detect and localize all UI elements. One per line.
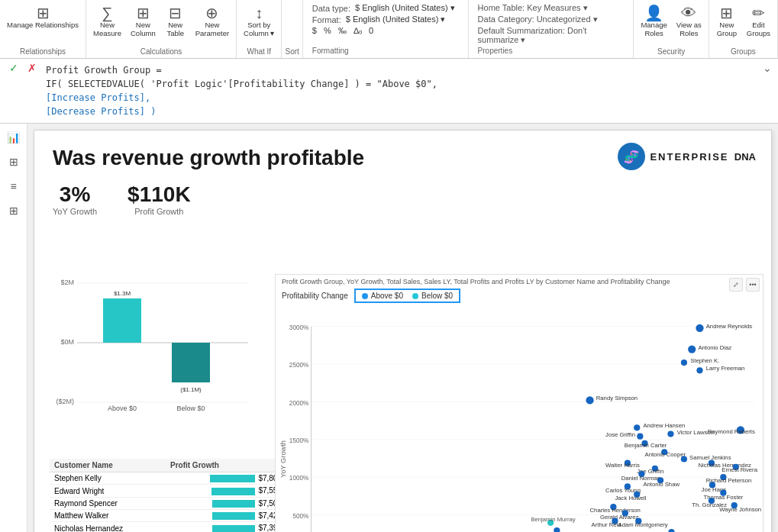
left-nav-data-icon[interactable]: ⊞ xyxy=(3,151,24,172)
view-as-roles-button[interactable]: 👁 View asRoles xyxy=(673,3,705,40)
report-page: Was revenue growth profitable 🧬 ENTERPRI… xyxy=(34,130,772,532)
table-cell-value: $7,509 xyxy=(166,497,286,509)
legend-label: Profitability Change xyxy=(282,292,348,300)
ribbon-group-sort: Sort xyxy=(282,0,302,58)
formula-check-icon[interactable]: ✓ xyxy=(6,62,21,74)
dot-cluster3[interactable] xyxy=(668,529,674,532)
label-antonio-diaz: Antonio Diaz xyxy=(698,344,731,351)
new-column-label: NewColumn xyxy=(131,21,156,38)
manage-relationships-button[interactable]: ⊞ Manage Relationships xyxy=(3,3,82,31)
kpi-row: 3% YoY Growth $110K Profit Growth xyxy=(34,176,771,222)
table-cell-name: Stephen Kelly xyxy=(50,472,166,485)
ribbon-group-calculations: ∑ NewMeasure ⊞ NewColumn ⊟ NewTable ⊕ Ne… xyxy=(86,0,237,58)
x-label-below: Below $0 xyxy=(176,405,205,412)
new-parameter-icon: ⊕ xyxy=(205,5,218,21)
dna-logo-icon: 🧬 xyxy=(618,143,645,170)
new-parameter-label: NewParameter xyxy=(195,21,229,38)
bar-below-zero[interactable] xyxy=(172,343,210,382)
table-cell-name: Nicholas Hernandez xyxy=(50,522,166,532)
table-row[interactable]: Matthew Walker$7,427 xyxy=(50,510,286,522)
properties-group-label: Properties xyxy=(478,47,625,55)
view-as-roles-icon: 👁 xyxy=(681,5,696,21)
label-andrew-reynolds: Andrew Reynolds xyxy=(706,323,753,330)
dot-antonio-diaz[interactable] xyxy=(688,345,696,353)
dot-jose-griffin[interactable] xyxy=(637,434,643,440)
left-nav-model-icon[interactable]: ≡ xyxy=(3,176,24,197)
scatter-title: Profit Growth Group, YoY Growth, Total S… xyxy=(276,275,763,287)
new-table-button[interactable]: ⊟ NewTable xyxy=(161,3,190,40)
bar-above-zero[interactable] xyxy=(103,298,141,343)
edit-groups-button[interactable]: ✏ EditGroups xyxy=(743,3,774,40)
table-area: Customer Name Profit Growth Stephen Kell… xyxy=(50,459,286,532)
dot-larry-freeman[interactable] xyxy=(696,367,702,373)
kpi-yoy-label: YoY Growth xyxy=(53,207,97,216)
data-category-row: Data Category: Uncategorized ▾ xyxy=(478,15,625,24)
table-row[interactable]: Nicholas Hernandez$7,393 xyxy=(50,522,286,532)
new-group-label: NewGroup xyxy=(717,21,737,38)
scatter-more-button[interactable]: ••• xyxy=(746,278,760,292)
security-buttons: 👤 ManageRoles 👁 View asRoles xyxy=(637,2,705,47)
whatif-buttons: ↕ Sort byColumn ▾ xyxy=(240,2,278,47)
dot-samuel-jenkins[interactable] xyxy=(681,456,687,462)
y-tick-500: 500% xyxy=(292,513,309,520)
scatter-chart[interactable]: ⤢ ••• Profit Growth Group, YoY Growth, T… xyxy=(275,274,763,532)
table-row[interactable]: Raymond Spencer$7,509 xyxy=(50,497,286,509)
y-tick-3000: 3000% xyxy=(289,324,309,331)
manage-roles-button[interactable]: 👤 ManageRoles xyxy=(637,3,670,40)
label-benjamin-carter: Benjamin Carter xyxy=(625,442,667,449)
relationships-group-label: Relationships xyxy=(3,47,82,56)
table-row[interactable]: Stephen Kelly$7,809 xyxy=(50,472,286,485)
dot-randy-simpson[interactable] xyxy=(586,396,593,404)
table-header-profit: Profit Growth xyxy=(166,459,286,472)
groups-buttons: ⊞ NewGroup ✏ EditGroups xyxy=(712,2,774,47)
bar-above-label: $1.3M xyxy=(114,290,131,297)
home-table-label: Home Table: Key Measures ▾ xyxy=(478,3,588,13)
y-label-0m: $0M xyxy=(60,338,74,346)
new-parameter-button[interactable]: ⊕ NewParameter xyxy=(192,3,233,40)
legend-below: Below $0 xyxy=(412,292,453,300)
dna-label: DNA xyxy=(734,151,756,163)
formula-bar: ✓ ✗ Profit Growth Group = IF( SELECTEDVA… xyxy=(0,59,778,124)
calculations-buttons: ∑ NewMeasure ⊞ NewColumn ⊟ NewTable ⊕ Ne… xyxy=(89,2,233,47)
dot-victor-lawson[interactable] xyxy=(667,430,673,437)
dot-stephen-k[interactable] xyxy=(681,360,687,366)
groups-group-label: Groups xyxy=(712,47,774,56)
ribbon-group-groups: ⊞ NewGroup ✏ EditGroups Groups xyxy=(709,0,778,58)
scatter-maximize-button[interactable]: ⤢ xyxy=(729,278,743,292)
new-group-button[interactable]: ⊞ NewGroup xyxy=(712,3,741,40)
ribbon-meta-properties: Home Table: Key Measures ▾ Data Category… xyxy=(468,0,634,58)
canvas: Was revenue growth profitable 🧬 ENTERPRI… xyxy=(27,124,778,532)
scatter-controls: ⤢ ••• xyxy=(729,278,760,292)
formula-expand-icon[interactable]: ⌄ xyxy=(763,62,772,74)
y-label-neg2m: ($2M) xyxy=(56,398,74,405)
ribbon-group-whatif: ↕ Sort byColumn ▾ What If xyxy=(237,0,282,58)
formula-line1: IF( SELECTEDVALUE( 'Profit Logic'[Profit… xyxy=(46,77,769,91)
left-nav-dax-icon[interactable]: ⊞ xyxy=(3,200,24,221)
enterprise-label: ENTERPRISE xyxy=(650,151,728,163)
scatter-plot-container: YoY Growth 3000% 2500% 2000% 1500% 1000%… xyxy=(276,306,763,532)
format-options-row: $ % ‰ ∆₀ 0 xyxy=(312,26,459,36)
enterprise-logo-text: ENTERPRISE DNA xyxy=(650,151,756,163)
label-benjamin-murray: Benjamin Murray xyxy=(531,516,575,523)
label-arthur-reid: Arthur Reid xyxy=(592,521,621,528)
formula-x-icon[interactable]: ✗ xyxy=(24,62,40,74)
formula-text[interactable]: Profit Growth Group = IF( SELECTEDVALUE(… xyxy=(43,62,772,120)
ribbon-group-relationships: ⊞ Manage Relationships Relationships xyxy=(0,0,86,58)
manage-roles-label: ManageRoles xyxy=(641,21,667,38)
new-measure-button[interactable]: ∑ NewMeasure xyxy=(89,3,125,40)
left-nav-report-icon[interactable]: 📊 xyxy=(3,127,24,148)
table-row[interactable]: Edward Wright$7,550 xyxy=(50,485,286,497)
sort-by-column-button[interactable]: ↕ Sort byColumn ▾ xyxy=(240,3,278,40)
legend-below-label: Below $0 xyxy=(421,292,453,300)
data-table: Customer Name Profit Growth Stephen Kell… xyxy=(50,459,286,532)
bar-chart: $2M $0M ($2M) $1.3M ($1.1M) Above $0 Bel… xyxy=(50,276,263,443)
dot-andrew-reynolds[interactable] xyxy=(696,324,703,332)
new-column-button[interactable]: ⊞ NewColumn xyxy=(127,3,160,40)
dot-andrew-hansen[interactable] xyxy=(634,424,640,430)
data-type-value: $ English (United States) ▾ xyxy=(355,3,455,13)
y-tick-2500: 2500% xyxy=(289,362,309,369)
y-label-2m: $2M xyxy=(60,279,74,286)
ribbon-group-security: 👤 ManageRoles 👁 View asRoles Security xyxy=(633,0,709,58)
label-jose-griffin: Jose Griffin xyxy=(605,431,635,438)
scatter-legend: Profitability Change Above $0 Below $0 xyxy=(276,287,763,306)
